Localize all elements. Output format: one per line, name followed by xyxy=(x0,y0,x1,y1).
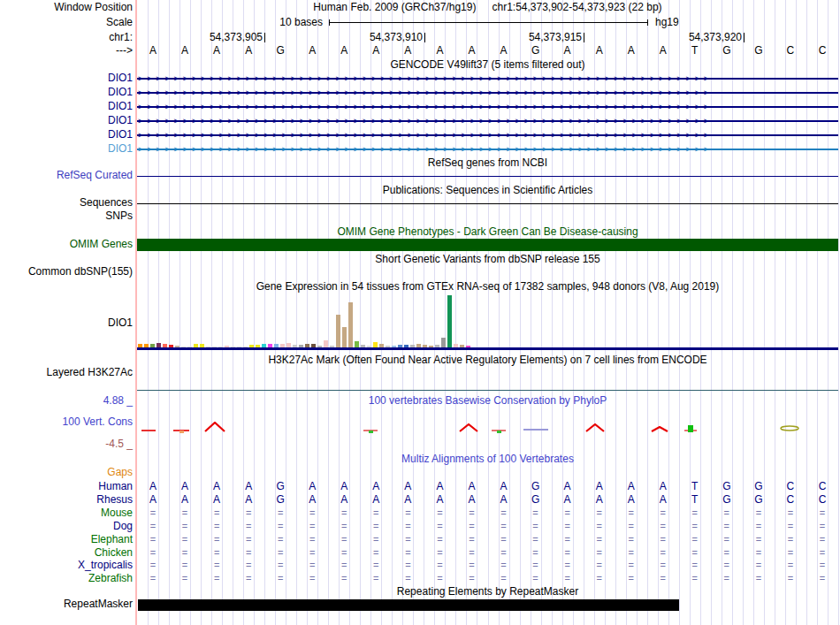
gtex-tissue-bar[interactable] xyxy=(324,340,328,347)
gencode-transcript-label[interactable]: DIO1 xyxy=(0,101,133,112)
multiz-species-label-zebrafish[interactable]: Zebrafish xyxy=(0,573,133,584)
multiz-species-label-x_tropicalis[interactable]: X_tropicalis xyxy=(0,560,133,571)
refseq-curated-label[interactable]: RefSeq Curated xyxy=(0,170,133,181)
gtex-tissue-bar[interactable] xyxy=(336,315,340,347)
gtex-tissue-bar[interactable] xyxy=(175,346,179,347)
gtex-tissue-bar[interactable] xyxy=(194,344,198,347)
gtex-tissue-bar[interactable] xyxy=(355,341,359,347)
gtex-tissue-bar[interactable] xyxy=(212,347,217,347)
gtex-tissue-bar[interactable] xyxy=(361,345,365,347)
gtex-tissue-bar[interactable] xyxy=(330,346,334,347)
gtex-tissue-bar[interactable] xyxy=(169,345,173,347)
gencode-transcript-row[interactable]: >>>>>>>>>>>>>>>>>>>>>>>>>>>>>>>>>>>>>>>>… xyxy=(137,102,838,112)
refseq-gene-line[interactable] xyxy=(137,176,838,177)
base-letter: G xyxy=(264,481,296,492)
gtex-gene-label[interactable]: DIO1 xyxy=(0,317,133,329)
gtex-tissue-bar[interactable] xyxy=(274,344,279,347)
dbsnp-label[interactable]: Common dbSNP(155) xyxy=(0,266,133,278)
gtex-tissue-bar[interactable] xyxy=(286,343,291,347)
snps-label[interactable]: SNPs xyxy=(0,210,133,222)
conservation-label[interactable]: 100 Vert. Cons xyxy=(0,416,133,428)
multiz-species-label-rhesus[interactable]: Rhesus xyxy=(0,494,133,506)
gtex-tissue-bar[interactable] xyxy=(317,346,322,347)
multiz-species-label-elephant[interactable]: Elephant xyxy=(0,534,133,545)
gtex-tissue-bar[interactable] xyxy=(138,344,142,347)
sequences-label[interactable]: Sequences xyxy=(0,197,133,209)
base-letter: = xyxy=(552,521,584,532)
gtex-tissue-bar[interactable] xyxy=(423,345,427,347)
gencode-transcript-label[interactable]: DIO1 xyxy=(0,143,133,155)
gtex-tissue-bar[interactable] xyxy=(441,338,446,347)
ruler-position-label: 54,373,910 xyxy=(341,32,423,43)
gtex-tissue-bar[interactable] xyxy=(225,346,229,347)
gencode-transcript-row[interactable]: >>>>>>>>>>>>>>>>>>>>>>>>>>>>>>>>>>>>>>>>… xyxy=(137,130,838,141)
gencode-transcript-label[interactable]: DIO1 xyxy=(0,87,133,98)
gtex-tissue-bar[interactable] xyxy=(256,345,260,347)
gtex-tissue-bar[interactable] xyxy=(187,347,192,347)
gtex-tissue-bar[interactable] xyxy=(410,345,415,347)
gtex-tissue-bar[interactable] xyxy=(293,345,297,347)
base-letter: = xyxy=(169,547,201,559)
gtex-tissue-bar[interactable] xyxy=(218,347,223,347)
repeatmasker-label[interactable]: RepeatMasker xyxy=(0,598,133,610)
gtex-tissue-bar[interactable] xyxy=(280,344,285,347)
multiz-gaps-label[interactable]: Gaps xyxy=(0,467,133,478)
publications-item-line[interactable] xyxy=(137,203,838,204)
multiz-species-label-chicken[interactable]: Chicken xyxy=(0,547,133,559)
gtex-tissue-bar[interactable] xyxy=(367,346,371,347)
multiz-species-label-dog[interactable]: Dog xyxy=(0,521,133,532)
gtex-tissue-bar[interactable] xyxy=(435,345,439,347)
gtex-tissue-bar[interactable] xyxy=(447,295,452,347)
omim-genes-label[interactable]: OMIM Genes xyxy=(0,239,133,250)
gtex-tissue-bar[interactable] xyxy=(268,344,272,347)
multiz-species-label-mouse[interactable]: Mouse xyxy=(0,507,133,519)
gtex-tissue-bar[interactable] xyxy=(237,347,241,347)
h3k27ac-label[interactable]: Layered H3K27Ac xyxy=(0,367,133,378)
gtex-tissue-bar[interactable] xyxy=(200,344,204,347)
base-letter: = xyxy=(328,521,360,532)
gtex-tissue-bar[interactable] xyxy=(157,343,161,347)
gencode-transcript-row[interactable]: >>>>>>>>>>>>>>>>>>>>>>>>>>>>>>>>>>>>>>>>… xyxy=(137,88,838,98)
gtex-tissue-bar[interactable] xyxy=(429,346,433,347)
gtex-tissue-bar[interactable] xyxy=(392,346,396,347)
gencode-transcript-row[interactable]: >>>>>>>>>>>>>>>>>>>>>>>>>>>>>>>>>>>>>>>>… xyxy=(137,144,838,155)
base-letter: = xyxy=(455,507,487,519)
gtex-tissue-bar[interactable] xyxy=(150,344,155,347)
multiz-track-title: Multiz Alignments of 100 Vertebrates xyxy=(137,454,838,465)
gtex-tissue-bar[interactable] xyxy=(386,346,390,347)
gtex-tissue-bar[interactable] xyxy=(299,345,303,347)
gtex-tissue-bar[interactable] xyxy=(466,346,470,347)
gencode-transcript-label[interactable]: DIO1 xyxy=(0,129,133,141)
base-letter: G xyxy=(711,494,743,506)
gtex-tissue-bar[interactable] xyxy=(373,342,378,347)
gtex-tissue-bar[interactable] xyxy=(231,347,235,347)
gtex-tissue-bar[interactable] xyxy=(416,344,421,347)
gencode-transcript-label[interactable]: DIO1 xyxy=(0,115,133,126)
gtex-tissue-bar[interactable] xyxy=(305,344,309,347)
gtex-tissue-bar[interactable] xyxy=(348,302,353,347)
gtex-tissue-bar[interactable] xyxy=(181,347,186,347)
gtex-tissue-bar[interactable] xyxy=(243,347,248,347)
gtex-tissue-bar[interactable] xyxy=(144,344,149,347)
gencode-transcript-row[interactable]: >>>>>>>>>>>>>>>>>>>>>>>>>>>>>>>>>>>>>>>>… xyxy=(137,73,838,84)
repeatmasker-element-bar[interactable] xyxy=(138,599,679,611)
gtex-tissue-bar[interactable] xyxy=(311,344,316,347)
omim-gene-bar[interactable] xyxy=(137,239,838,251)
multiz-species-label-human[interactable]: Human xyxy=(0,481,133,492)
gtex-tissue-bar[interactable] xyxy=(379,344,384,347)
gtex-tissue-bar[interactable] xyxy=(262,344,266,347)
gtex-tissue-bar[interactable] xyxy=(460,345,464,347)
gtex-tissue-bar[interactable] xyxy=(163,344,167,347)
gtex-tissue-bar[interactable] xyxy=(206,347,210,347)
base-letter: = xyxy=(328,560,360,571)
gtex-tissue-bar[interactable] xyxy=(249,345,254,347)
gtex-tissue-bar[interactable] xyxy=(454,344,458,347)
gtex-tissue-bar[interactable] xyxy=(472,345,477,347)
scale-ruler-right-tick xyxy=(647,19,648,26)
gtex-tissue-bar[interactable] xyxy=(404,345,409,347)
gencode-transcript-row[interactable]: >>>>>>>>>>>>>>>>>>>>>>>>>>>>>>>>>>>>>>>>… xyxy=(137,116,838,126)
gencode-transcript-label[interactable]: DIO1 xyxy=(0,72,133,84)
base-letter: = xyxy=(296,521,328,532)
gtex-tissue-bar[interactable] xyxy=(398,345,402,347)
gtex-tissue-bar[interactable] xyxy=(342,327,347,347)
